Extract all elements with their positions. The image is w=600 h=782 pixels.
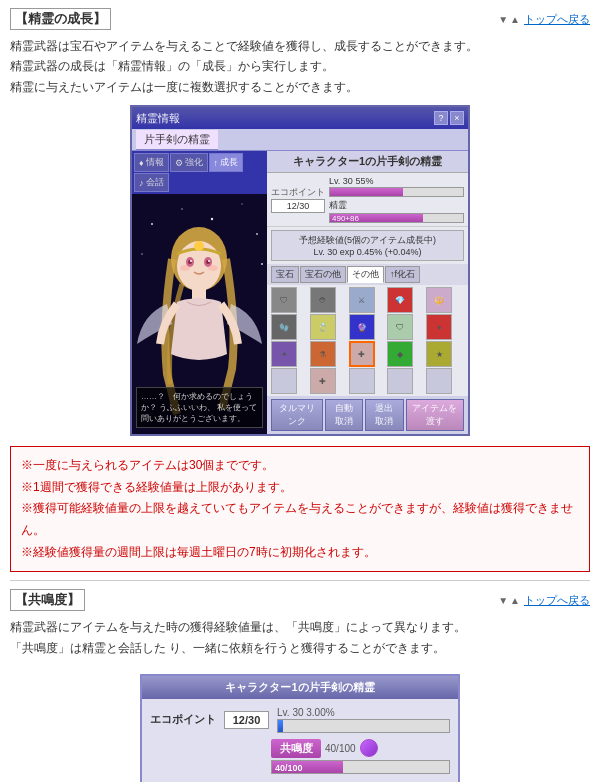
nav-enhance-label: 強化: [185, 156, 203, 169]
item-cell-1[interactable]: ⛑: [310, 287, 336, 313]
section1-up-arrow[interactable]: ▲: [510, 14, 520, 25]
mini-eco-value: 12/30: [224, 711, 269, 729]
item-cell-4[interactable]: 🔱: [426, 287, 452, 313]
item-tabs: 宝石 宝石の他 その他 ↑f化石: [267, 264, 468, 285]
btn-auto-cancel[interactable]: 自動取消: [325, 399, 363, 431]
mini-eco-row: エコポイント 12/30 Lv. 30 3.00%: [150, 707, 450, 733]
item-cell-14[interactable]: ★: [426, 341, 452, 367]
eco-label: エコポイント: [271, 186, 325, 199]
item-tab-fossil[interactable]: ↑f化石: [385, 266, 420, 283]
resonance-icon: [360, 739, 378, 757]
mini-res-row: 共鳴度 40/100 40/100: [150, 739, 450, 774]
mini-game-window: キャラクター1の片手剣の精霊 エコポイント 12/30 Lv. 30 3.00%: [140, 674, 460, 782]
char-nav-info[interactable]: ♦ 情報: [134, 153, 169, 172]
item-tab-gem[interactable]: 宝石: [271, 266, 299, 283]
mini-res-bar-text: 40/100: [275, 761, 303, 775]
stats-panel: キャラクター1の片手剣の精霊 エコポイント 12/30 Lv. 30 55%: [267, 151, 468, 434]
item-tab-gem-other[interactable]: 宝石の他: [300, 266, 346, 283]
item-cell-5[interactable]: 🧤: [271, 314, 297, 340]
mini-window-container: キャラクター1の片手剣の精霊 エコポイント 12/30 Lv. 30 3.00%: [10, 666, 590, 782]
btn-give-item[interactable]: アイテムを渡す: [406, 399, 464, 431]
notice-line-2: ※1週間で獲得できる経験値量は上限があります。: [21, 477, 579, 499]
item-cell-18[interactable]: [387, 368, 413, 394]
section2-arrows: ▼ ▲: [498, 595, 520, 606]
item-icon-5: 🧤: [279, 323, 289, 332]
section1-nav: ▼ ▲ トップへ戻る: [498, 12, 590, 27]
char-nav-talk[interactable]: ♪ 会話: [134, 173, 169, 192]
section-divider: [10, 580, 590, 581]
item-cell-2[interactable]: ⚔: [349, 287, 375, 313]
item-icon-16: ✚: [319, 377, 326, 386]
section1-desc-1: 精霊武器は宝石やアイテムを与えることで経験値を獲得し、成長することができます。: [10, 36, 590, 56]
item-cell-19[interactable]: [426, 368, 452, 394]
item-cell-7[interactable]: 🔮: [349, 314, 375, 340]
exp-preview-text: 予想経験値(5個のアイテム成長中): [275, 234, 460, 247]
notice-box: ※一度に与えられるアイテムは30個までです。 ※1週間で獲得できる経験値量は上限…: [10, 446, 590, 572]
item-tab-other[interactable]: その他: [347, 266, 384, 283]
mini-eco-label: エコポイント: [150, 712, 216, 727]
btn-exit-cancel[interactable]: 退出取消: [365, 399, 403, 431]
item-cell-15[interactable]: [271, 368, 297, 394]
spirit-bar-value: 490+86: [332, 214, 359, 224]
nav-talk-label: 会話: [146, 176, 164, 189]
char-nav-grow[interactable]: ↑ 成長: [209, 153, 244, 172]
mini-lv-percent: 3.00%: [306, 707, 334, 718]
svg-point-5: [256, 233, 258, 235]
spirit-tab[interactable]: 片手剣の精霊: [136, 130, 218, 150]
spirit-bar-label-text: 精霊: [329, 200, 347, 210]
item-icon-11: ⚗: [319, 350, 326, 359]
resonance-section: 【共鳴度】 ▼ ▲ トップへ戻る 精霊武器にアイテムを与えた時の獲得経験値量は、…: [10, 589, 590, 782]
char-nav-enhance[interactable]: ⚙ 強化: [170, 153, 208, 172]
lv-percent-text: 55%: [355, 176, 373, 186]
section1-arrows: ▼ ▲: [498, 14, 520, 25]
game-window-titlebar: 精霊情報 ? ×: [132, 107, 468, 129]
notice-line-3: ※獲得可能経験値量の上限を越えていてもアイテムを与えることができますが、経験値は…: [21, 498, 579, 541]
svg-point-6: [141, 253, 143, 255]
spirit-bar-label: 精霊: [329, 199, 464, 212]
notice-line-1: ※一度に与えられるアイテムは30個までです。: [21, 455, 579, 477]
lv-bar: [329, 187, 464, 197]
mini-lv-label-text: Lv. 30: [277, 707, 304, 718]
eco-lv-row: エコポイント 12/30 Lv. 30 55%: [267, 173, 468, 227]
item-cell-12[interactable]: ✚: [349, 341, 375, 367]
section1-down-arrow[interactable]: ▼: [498, 14, 508, 25]
mini-res-bar-wrap: 共鳴度 40/100 40/100: [271, 739, 450, 774]
spirit-bar: 490+86: [329, 213, 464, 223]
game-bottom-btns: タルマリンク 自動取消 退出取消 アイテムを渡す: [267, 396, 468, 434]
game-window: 精霊情報 ? × 片手剣の精霊 ♦ 情報: [130, 105, 470, 436]
item-icon-1: ⛑: [319, 296, 327, 305]
item-cell-17[interactable]: [349, 368, 375, 394]
eco-value: 12/30: [271, 199, 325, 213]
section2-up-arrow[interactable]: ▲: [510, 595, 520, 606]
item-cell-11[interactable]: ⚗: [310, 341, 336, 367]
section2-down-arrow[interactable]: ▼: [498, 595, 508, 606]
btn-tarumaling[interactable]: タルマリンク: [271, 399, 323, 431]
svg-point-17: [208, 265, 218, 271]
close-button[interactable]: ×: [450, 111, 464, 125]
section1-header: 【精霊の成長】 ▼ ▲ トップへ戻る: [10, 8, 590, 30]
item-cell-8[interactable]: 🛡: [387, 314, 413, 340]
item-icon-7: 🔮: [357, 323, 367, 332]
item-icon-4: 🔱: [434, 296, 444, 305]
help-button[interactable]: ?: [434, 111, 448, 125]
section1-top-link[interactable]: トップへ戻る: [524, 12, 590, 27]
item-cell-13[interactable]: ◆: [387, 341, 413, 367]
item-cell-3[interactable]: 💎: [387, 287, 413, 313]
item-cell-6[interactable]: 💍: [310, 314, 336, 340]
item-cell-0[interactable]: 🛡: [271, 287, 297, 313]
item-icon-3: 💎: [395, 296, 405, 305]
section2-desc-2: 「共鳴度」は精霊と会話した り、一緒に依頼を行うと獲得することができます。: [10, 638, 590, 658]
item-cell-9[interactable]: ♦: [426, 314, 452, 340]
talk-icon: ♪: [139, 178, 144, 188]
svg-point-16: [180, 265, 190, 271]
lv-label-text: Lv. 30: [329, 176, 353, 186]
item-icon-10: ✦: [281, 350, 288, 359]
spirit-title: キャラクター1の片手剣の精霊: [267, 151, 468, 173]
mini-res-bar: 40/100: [271, 760, 450, 774]
item-cell-16[interactable]: ✚: [310, 368, 336, 394]
nav-grow-label: 成長: [220, 156, 238, 169]
section2-top-link[interactable]: トップへ戻る: [524, 593, 590, 608]
nav-info-label: 情報: [146, 156, 164, 169]
section2-desc: 精霊武器にアイテムを与えた時の獲得経験値量は、「共鳴度」によって異なります。 「…: [10, 617, 590, 658]
item-cell-10[interactable]: ✦: [271, 341, 297, 367]
